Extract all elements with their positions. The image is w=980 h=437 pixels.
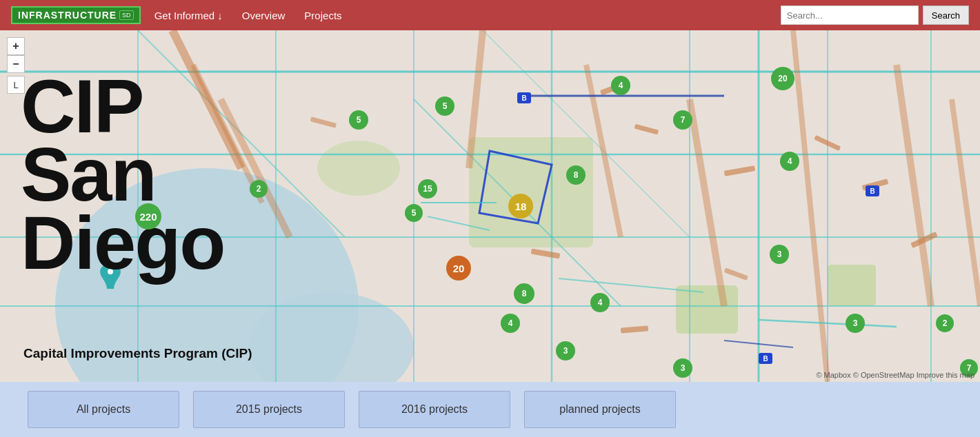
search-button[interactable]: Search [923,6,969,25]
logo[interactable]: INFRASTRUCTURE SD [11,6,141,24]
cluster-marker[interactable]: 18 [508,194,533,218]
cluster-marker[interactable]: 3 [673,358,692,378]
cluster-marker[interactable]: 20 [771,67,794,90]
2016-projects-tab[interactable]: 2016 projects [359,391,510,428]
cluster-marker[interactable]: 5 [435,96,454,116]
cluster-marker[interactable]: 2 [936,314,954,332]
logo-badge: SD [119,10,134,20]
nav-projects[interactable]: Projects [304,10,341,21]
cluster-marker[interactable]: 5 [405,204,423,222]
map-container[interactable]: B B B 🦅 CIP San Diego Capital Improvemen… [0,30,980,382]
cluster-marker[interactable]: 8 [514,283,534,304]
cluster-marker[interactable]: 5 [349,110,368,130]
bottom-tabs: All projects 2015 projects 2016 projects… [0,382,980,437]
cluster-marker[interactable]: 4 [611,76,630,95]
cluster-marker[interactable]: 3 [770,245,789,264]
logo-text: INFRASTRUCTURE [18,10,117,21]
cluster-marker[interactable]: 20 [446,256,471,281]
header: INFRASTRUCTURE SD Get Informed ↓ Overvie… [0,0,980,30]
search-input[interactable] [781,6,919,25]
zoom-in-button[interactable]: + [7,37,25,55]
search-area: Search [781,6,969,25]
all-projects-tab[interactable]: All projects [28,391,179,428]
nav-get-informed[interactable]: Get Informed ↓ [154,10,223,21]
zoom-reset-button[interactable]: L [7,76,25,94]
map-subtitle: Capital Improvements Program (CIP) [23,346,252,361]
nav-overview[interactable]: Overview [242,10,286,21]
cluster-marker[interactable]: 4 [590,293,610,312]
cluster-marker[interactable]: 4 [501,314,520,333]
cluster-marker[interactable]: 220 [135,203,161,230]
cluster-marker[interactable]: 4 [780,152,799,171]
zoom-controls: + − L [7,37,25,94]
cluster-marker[interactable]: 7 [673,110,692,130]
cluster-marker[interactable]: 8 [566,165,586,185]
cluster-marker[interactable]: 15 [418,179,437,199]
planned-projects-tab[interactable]: planned projects [524,391,676,428]
zoom-out-button[interactable]: − [7,55,25,73]
map-attribution: © Mapbox © OpenStreetMap Improve this ma… [816,371,974,379]
cluster-marker[interactable]: 3 [846,314,865,333]
2015-projects-tab[interactable]: 2015 projects [193,391,345,428]
cluster-marker[interactable]: 2 [250,180,268,198]
cluster-marker[interactable]: 3 [556,341,575,360]
